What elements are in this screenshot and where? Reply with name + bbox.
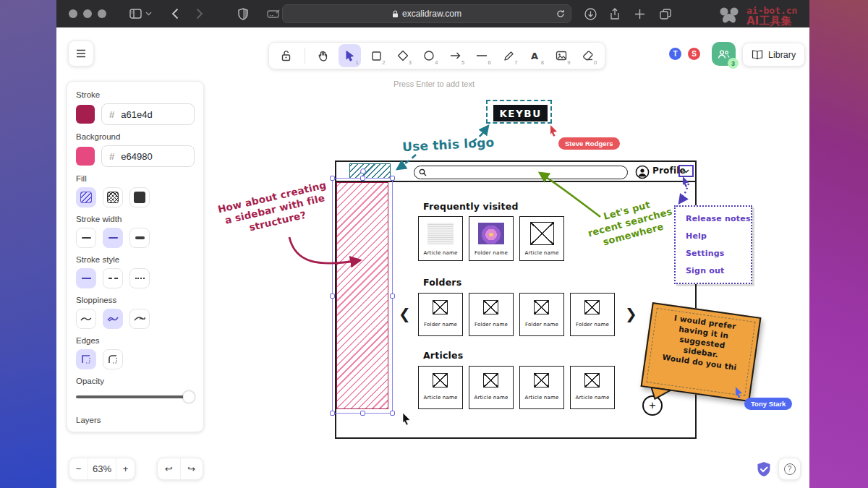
- privacy-shield-icon[interactable]: [238, 8, 248, 20]
- watermark-line2: AI工具集: [746, 16, 797, 26]
- stroke-label: Stroke: [76, 90, 195, 99]
- text-tool[interactable]: A 8: [524, 44, 546, 67]
- downloads-icon[interactable]: [584, 8, 597, 20]
- unlock-icon: [281, 50, 292, 61]
- wireframe-profile-dropdown[interactable]: [678, 165, 694, 177]
- background-hex-input[interactable]: # e64980: [101, 145, 195, 167]
- chevron-down-icon[interactable]: [145, 12, 152, 16]
- eraser-tool[interactable]: 0: [576, 44, 599, 67]
- hand-tool[interactable]: [312, 44, 335, 67]
- excalidraw-canvas-area[interactable]: Stroke # a61e4d Background # e64980 Fill: [56, 27, 809, 488]
- profile-menu-sketch[interactable]: Release notes Help Settings Sign out: [674, 205, 752, 284]
- resize-handle-sw[interactable]: [330, 411, 335, 416]
- lock-tool[interactable]: [275, 44, 297, 67]
- draw-tool[interactable]: 7: [498, 44, 520, 67]
- folder-card-3[interactable]: Folder name: [519, 293, 564, 336]
- tony-cursor: [735, 387, 745, 398]
- desktop-wallpaper-right: [809, 0, 868, 488]
- stroke-width-label: Stroke width: [76, 215, 195, 223]
- stroke-style-solid-button[interactable]: [76, 268, 96, 288]
- stroke-color-swatch[interactable]: [76, 105, 95, 124]
- freq-card-article-2[interactable]: Article name: [519, 216, 564, 261]
- sidebar-suggestion-note[interactable]: How about creating a sidebar with file s…: [208, 176, 343, 241]
- zoom-window-button[interactable]: [98, 9, 106, 18]
- article-card-2[interactable]: Article name: [469, 366, 514, 409]
- article-card-1[interactable]: Article name: [418, 366, 463, 409]
- fill-crosshatch-button[interactable]: [103, 187, 123, 207]
- article-placeholder-icon: [483, 373, 498, 388]
- menu-item-sign-out[interactable]: Sign out: [686, 266, 751, 283]
- stroke-style-dashed-button[interactable]: [103, 268, 123, 288]
- reload-icon[interactable]: [556, 9, 565, 18]
- fill-solid-button[interactable]: [129, 187, 150, 207]
- edges-sharp-button[interactable]: [76, 349, 96, 369]
- dotted-stroke-icon: [135, 278, 145, 279]
- main-menu-button[interactable]: [68, 40, 94, 67]
- tab-overview-icon[interactable]: [660, 9, 671, 20]
- edges-round-button[interactable]: [103, 349, 123, 369]
- question-icon: ?: [784, 463, 796, 475]
- zoom-in-button[interactable]: +: [116, 458, 135, 479]
- line-tool[interactable]: 6: [471, 44, 493, 67]
- arrow-icon: [450, 51, 461, 60]
- sidebar-sketch-rectangle[interactable]: [336, 182, 388, 409]
- freq-card-folder[interactable]: Folder name: [469, 216, 514, 261]
- stroke-width-bold-button[interactable]: [103, 228, 123, 248]
- sloppiness-architect-button[interactable]: [76, 309, 96, 329]
- selection-tool[interactable]: 1: [339, 44, 361, 67]
- encryption-shield-icon[interactable]: [757, 461, 771, 477]
- opacity-slider[interactable]: [76, 391, 195, 403]
- carousel-right-chevron[interactable]: ❯: [625, 305, 637, 322]
- diamond-tool[interactable]: 3: [391, 44, 414, 67]
- use-this-logo-note[interactable]: Use this logo: [402, 135, 495, 155]
- folder-card-2[interactable]: Folder name: [469, 293, 514, 336]
- image-tool[interactable]: 9: [550, 44, 573, 67]
- resize-handle-w[interactable]: [330, 294, 335, 299]
- opacity-label: Opacity: [76, 377, 195, 385]
- new-tab-icon[interactable]: [634, 9, 645, 20]
- folders-heading: Folders: [423, 277, 461, 288]
- ellipse-tool[interactable]: 4: [418, 44, 441, 67]
- menu-item-help[interactable]: Help: [686, 231, 751, 249]
- folder-card-4[interactable]: Folder name: [570, 293, 615, 336]
- stroke-width-extrabold-button[interactable]: [129, 228, 150, 248]
- background-color-swatch[interactable]: [76, 147, 95, 166]
- forward-button[interactable]: [196, 8, 203, 20]
- collaborator-avatar-t[interactable]: T: [668, 46, 683, 61]
- rectangle-tool[interactable]: 2: [365, 44, 388, 67]
- back-button[interactable]: [171, 8, 179, 20]
- stroke-hex-input[interactable]: # a61e4d: [101, 103, 195, 125]
- sloppiness-cartoonist-button[interactable]: [129, 309, 150, 329]
- minimize-window-button[interactable]: [83, 9, 92, 18]
- help-button[interactable]: ?: [778, 458, 801, 480]
- article-card-3[interactable]: Article name: [519, 366, 564, 409]
- fill-hachure-button[interactable]: [76, 187, 96, 207]
- close-window-button[interactable]: [69, 9, 77, 18]
- thumbnail-image: [427, 223, 454, 244]
- stroke-width-thin-button[interactable]: [76, 228, 96, 248]
- menu-item-release-notes[interactable]: Release notes: [686, 214, 751, 231]
- address-bar[interactable]: excalidraw.com: [282, 4, 571, 23]
- flower-thumbnail-image: [478, 223, 504, 244]
- collaborator-avatar-s[interactable]: S: [686, 46, 702, 61]
- logo-dashed-frame[interactable]: KEYBU: [486, 100, 552, 124]
- carousel-left-chevron[interactable]: ❮: [399, 305, 411, 322]
- menu-item-settings[interactable]: Settings: [686, 249, 751, 266]
- sidebar-toggle-icon[interactable]: [129, 9, 142, 19]
- sloppiness-artist-button[interactable]: [103, 309, 123, 329]
- stroke-style-dotted-button[interactable]: [129, 268, 150, 288]
- folder-card-1[interactable]: Folder name: [418, 293, 463, 336]
- redo-button[interactable]: ↪: [181, 458, 203, 479]
- arrow-tool[interactable]: 5: [445, 44, 467, 67]
- zoom-level[interactable]: 63%: [88, 458, 116, 479]
- article-card-4[interactable]: Article name: [570, 366, 615, 409]
- library-button[interactable]: Library: [742, 43, 805, 67]
- freq-card-article-1[interactable]: Article name: [418, 216, 463, 261]
- opacity-knob[interactable]: [183, 391, 195, 403]
- architect-icon: [80, 315, 92, 322]
- zoom-out-button[interactable]: −: [69, 458, 88, 479]
- share-icon[interactable]: [610, 8, 620, 20]
- hachure-icon: [80, 192, 92, 203]
- undo-button[interactable]: ↩: [158, 458, 181, 479]
- reader-compose-icon[interactable]: [267, 9, 281, 19]
